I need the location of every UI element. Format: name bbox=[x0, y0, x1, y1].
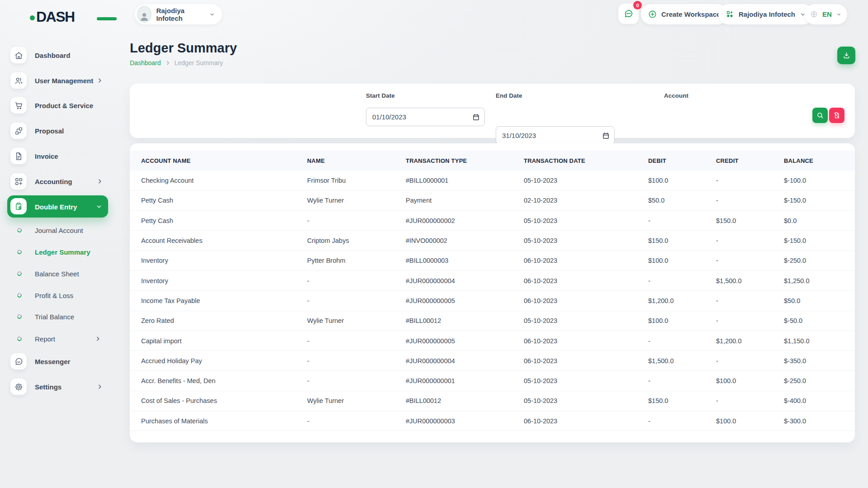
sidebar-item-messenger[interactable]: Messenger bbox=[0, 349, 118, 374]
brand-name: DASH bbox=[36, 9, 75, 24]
cell-balance: $-300.0 bbox=[773, 411, 855, 431]
download-icon bbox=[843, 52, 850, 59]
sidebar-item-accounting[interactable]: Accounting bbox=[0, 169, 118, 194]
sidebar-item-user-management[interactable]: User Management bbox=[0, 68, 118, 93]
workspace-menu[interactable]: Rajodiya Infotech bbox=[718, 4, 813, 24]
cell-credit: - bbox=[705, 291, 773, 311]
cell-balance: $-250.0 bbox=[773, 371, 855, 391]
cell-transaction-date: 06-10-2023 bbox=[512, 351, 637, 371]
chevron-right-icon bbox=[95, 336, 101, 342]
search-button[interactable] bbox=[812, 108, 828, 123]
sidebar-subitem-trial-balance[interactable]: Trial Balance bbox=[0, 311, 118, 322]
sidebar-subitem-journal-account[interactable]: Journal Account bbox=[0, 224, 118, 236]
language-selector[interactable]: EN bbox=[804, 4, 847, 24]
sidebar-sublabel: Journal Account bbox=[35, 227, 83, 234]
sidebar-item-invoice[interactable]: Invoice bbox=[0, 143, 118, 169]
breadcrumb-dashboard-link[interactable]: Dashboard bbox=[130, 59, 161, 66]
sidebar-subitem-ledger-summary[interactable]: Ledger Summary bbox=[0, 246, 118, 258]
cell-transaction-date: 02-10-2023 bbox=[512, 190, 637, 210]
cell-name: - bbox=[296, 371, 394, 391]
cell-transaction-date: 06-10-2023 bbox=[512, 291, 637, 311]
cell-account-name: Petty Cash bbox=[130, 211, 296, 231]
cell-transaction-date: 06-10-2023 bbox=[512, 411, 637, 431]
grid-plus-icon bbox=[10, 173, 27, 190]
cell-transaction-date: 06-10-2023 bbox=[512, 251, 637, 270]
cell-name: - bbox=[296, 291, 394, 311]
sidebar-item-proposal[interactable]: Proposal bbox=[0, 118, 118, 143]
reset-filter-button[interactable] bbox=[829, 108, 844, 123]
cell-credit: $1,500.0 bbox=[705, 270, 773, 290]
col-debit: DEBIT bbox=[637, 151, 705, 171]
chat-bubble-icon bbox=[10, 353, 27, 370]
cell-name: Criptom Jabys bbox=[296, 231, 394, 251]
sidebar-subitem-balance-sheet[interactable]: Balance Sheet bbox=[0, 268, 118, 280]
sidebar-sublabel: Trial Balance bbox=[35, 313, 74, 321]
create-workspace-label: Create Workspace bbox=[661, 10, 721, 18]
table-row: Accrued Holiday Pay - #JUR000000004 06-1… bbox=[130, 351, 855, 371]
chevron-down-icon bbox=[836, 11, 841, 18]
sidebar-item-settings[interactable]: Settings bbox=[0, 374, 118, 399]
cell-transaction-type: #JUR000000004 bbox=[394, 270, 512, 290]
cell-transaction-date: 05-10-2023 bbox=[512, 231, 637, 251]
circle-plus-icon bbox=[648, 10, 657, 19]
bullet-icon bbox=[16, 249, 22, 255]
sidebar-subitem-profit-loss[interactable]: Profit & Loss bbox=[0, 289, 118, 301]
cell-debit: $100.0 bbox=[637, 311, 705, 331]
cell-debit: $50.0 bbox=[637, 190, 705, 210]
cell-balance: $-400.0 bbox=[773, 391, 855, 411]
workspace-menu-label: Rajodiya Infotech bbox=[739, 10, 795, 18]
bullet-icon bbox=[16, 336, 22, 341]
messages-button[interactable]: 0 bbox=[618, 4, 639, 24]
sidebar-sublabel: Ledger Summary bbox=[35, 248, 90, 256]
sidebar-subitem-report[interactable]: Report bbox=[0, 333, 118, 345]
chevron-right-icon bbox=[97, 78, 103, 84]
cell-transaction-date: 06-10-2023 bbox=[512, 270, 637, 290]
workspace-grid-icon bbox=[726, 10, 734, 19]
gear-icon bbox=[10, 379, 27, 395]
cell-balance: $-150.0 bbox=[773, 190, 855, 210]
brand-logo[interactable]: DASH bbox=[30, 8, 75, 25]
user-workspace-selector[interactable]: Rajodiya Infotech bbox=[135, 4, 222, 24]
cell-credit: $150.0 bbox=[705, 211, 773, 231]
sidebar-item-dashboard[interactable]: Dashboard bbox=[0, 43, 118, 68]
create-workspace-button[interactable]: Create Workspace bbox=[641, 4, 728, 24]
table-header-row: ACCOUNT NAME NAME TRANSACTION TYPE TRANS… bbox=[130, 151, 855, 171]
logo-bar-icon bbox=[97, 17, 117, 20]
download-button[interactable] bbox=[837, 47, 855, 64]
cell-account-name: Zero Rated bbox=[130, 311, 296, 331]
cell-debit: - bbox=[637, 211, 705, 231]
cell-credit: $1,200.0 bbox=[705, 331, 773, 351]
table-row: Checking Account Frimsor Tribu #BILL0000… bbox=[130, 171, 855, 190]
chevron-down-icon bbox=[96, 204, 102, 210]
cell-transaction-type: #JUR000000005 bbox=[394, 331, 512, 351]
cell-name: Frimsor Tribu bbox=[296, 171, 394, 190]
ledger-table-body: Checking Account Frimsor Tribu #BILL0000… bbox=[130, 171, 855, 431]
table-row: Inventory Pytter Brohm #BILL0000003 06-1… bbox=[130, 251, 855, 270]
sidebar-label: Accounting bbox=[35, 178, 72, 185]
cell-name: Wylie Turner bbox=[296, 311, 394, 331]
cell-transaction-type: #BILL0000003 bbox=[394, 251, 512, 270]
table-row: Zero Rated Wylie Turner #BILL00012 05-10… bbox=[130, 311, 855, 331]
cell-account-name: Inventory bbox=[130, 270, 296, 290]
cell-account-name: Capital import bbox=[130, 331, 296, 351]
cell-account-name: Inventory bbox=[130, 251, 296, 270]
end-date-input[interactable] bbox=[496, 126, 615, 145]
cell-credit: - bbox=[705, 391, 773, 411]
table-row: Capital import - #JUR000000005 06-10-202… bbox=[130, 331, 855, 351]
app-root: DASH Rajodiya Infotech 0 Create Workspac… bbox=[0, 0, 868, 488]
chevron-right-icon bbox=[97, 179, 103, 185]
start-date-input[interactable] bbox=[366, 108, 485, 126]
cell-account-name: Petty Cash bbox=[130, 190, 296, 210]
cell-account-name: Accr. Benefits - Med, Den bbox=[130, 371, 296, 391]
cell-debit: $1,200.0 bbox=[637, 291, 705, 311]
cell-transaction-date: 05-10-2023 bbox=[512, 311, 637, 331]
sidebar-item-product-service[interactable]: Product & Service bbox=[0, 93, 118, 118]
file-slash-icon bbox=[833, 112, 840, 119]
cell-balance: $-100.0 bbox=[773, 171, 855, 190]
cell-transaction-date: 06-10-2023 bbox=[512, 331, 637, 351]
document-icon bbox=[10, 148, 27, 164]
cell-account-name: Cost of Sales - Purchases bbox=[130, 391, 296, 411]
sidebar-label: Double Entry bbox=[35, 203, 77, 210]
sidebar-item-double-entry[interactable]: Double Entry bbox=[7, 195, 108, 218]
cell-name: - bbox=[296, 411, 394, 431]
